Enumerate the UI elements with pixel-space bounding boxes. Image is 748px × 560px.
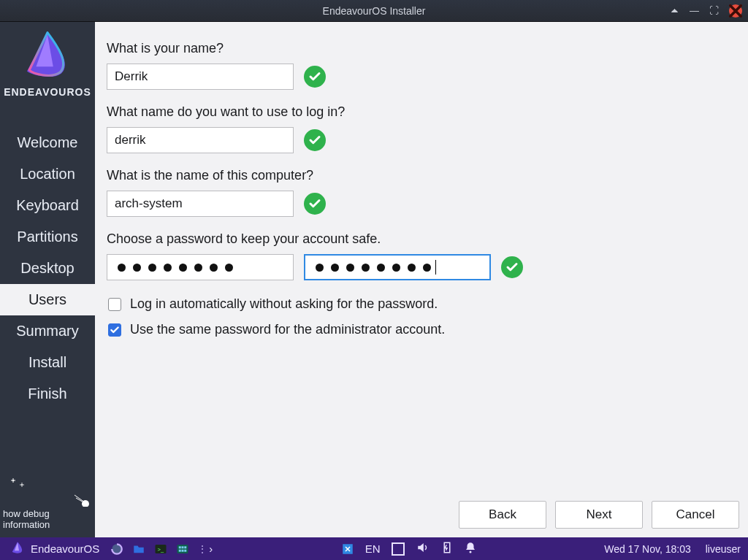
- back-button[interactable]: Back: [459, 501, 546, 529]
- notification-bell-icon[interactable]: [464, 541, 477, 556]
- screenshot-icon[interactable]: [340, 542, 355, 556]
- svg-rect-6: [179, 546, 181, 548]
- login-input[interactable]: [107, 127, 294, 153]
- taskbar-user[interactable]: liveuser: [706, 543, 741, 555]
- autologin-label: Log in automatically without asking for …: [130, 296, 438, 312]
- sidebar-step-desktop[interactable]: Desktop: [0, 253, 95, 284]
- installer-body: ENDEAVOUROS Welcome Location Keyboard Pa…: [0, 22, 748, 537]
- password-input[interactable]: [107, 254, 294, 280]
- svg-rect-9: [179, 549, 181, 551]
- wizard-buttons: Back Next Cancel: [459, 501, 739, 529]
- window-minimize-icon[interactable]: —: [690, 5, 699, 16]
- sparkle-icon: [10, 477, 92, 491]
- sidebar-step-users[interactable]: Users: [0, 284, 95, 315]
- window-controls: ⏶ — ⛶: [670, 4, 742, 18]
- sidebar-step-location[interactable]: Location: [0, 158, 95, 190]
- debug-area: how debug information: [0, 475, 95, 537]
- brand-area: ENDEAVOUROS: [0, 22, 95, 102]
- sidebar-step-partitions[interactable]: Partitions: [0, 221, 95, 253]
- next-button[interactable]: Next: [555, 501, 643, 529]
- endeavouros-logo-icon: [18, 70, 77, 83]
- show-debug-link[interactable]: how debug information: [3, 508, 50, 530]
- svg-rect-11: [184, 549, 186, 551]
- window-titlebar: EndeavourOS Installer ⏶ — ⛶: [0, 0, 748, 22]
- computer-label: What is the name of this computer?: [107, 168, 730, 183]
- cancel-button[interactable]: Cancel: [652, 501, 739, 529]
- validation-ok-icon: [304, 129, 326, 151]
- terminal-icon[interactable]: >_: [153, 542, 168, 556]
- volume-icon[interactable]: [416, 541, 430, 556]
- battery-icon[interactable]: [440, 541, 454, 556]
- computer-input[interactable]: [107, 191, 294, 217]
- window-keep-above-icon[interactable]: ⏶: [670, 5, 679, 16]
- file-manager-icon[interactable]: [131, 542, 146, 556]
- taskbar: EndeavourOS >_ ⋮ › EN: [0, 537, 748, 560]
- same-password-label: Use the same password for the administra…: [130, 322, 445, 337]
- validation-ok-icon: [501, 256, 523, 278]
- display-icon[interactable]: [391, 542, 405, 556]
- sidebar-step-keyboard[interactable]: Keyboard: [0, 190, 95, 221]
- text-cursor-icon: [435, 260, 436, 275]
- keyboard-layout-indicator[interactable]: EN: [365, 542, 381, 555]
- separator-icon: ⋮: [197, 543, 202, 555]
- window-close-icon[interactable]: [729, 4, 742, 18]
- svg-text:>_: >_: [158, 546, 164, 553]
- svg-rect-8: [184, 546, 186, 548]
- password-confirm-input[interactable]: [304, 254, 491, 280]
- firefox-icon[interactable]: [110, 542, 124, 556]
- sidebar-step-summary[interactable]: Summary: [0, 315, 95, 347]
- sidebar-step-install[interactable]: Install: [0, 347, 95, 378]
- app-grid-icon[interactable]: [175, 542, 190, 556]
- brand-text: ENDEAVOUROS: [0, 86, 95, 98]
- sidebar: ENDEAVOUROS Welcome Location Keyboard Pa…: [0, 22, 95, 537]
- validation-ok-icon: [304, 193, 326, 215]
- login-label: What name do you want to use to log in?: [107, 104, 730, 120]
- step-list: Welcome Location Keyboard Partitions Des…: [0, 127, 95, 410]
- chevron-right-icon[interactable]: ›: [209, 542, 213, 555]
- autologin-checkbox[interactable]: [108, 298, 121, 311]
- window-title: EndeavourOS Installer: [323, 5, 426, 17]
- taskbar-app-label: EndeavourOS: [31, 542, 99, 555]
- sidebar-step-finish[interactable]: Finish: [0, 378, 95, 410]
- main-panel: What is your name? What name do you want…: [95, 22, 748, 537]
- svg-rect-7: [182, 546, 184, 548]
- password-label: Choose a password to keep your account s…: [107, 231, 730, 247]
- taskbar-app-endeavouros[interactable]: EndeavourOS: [7, 537, 102, 560]
- sidebar-step-welcome[interactable]: Welcome: [0, 127, 95, 158]
- same-password-checkbox[interactable]: [108, 323, 121, 337]
- name-label: What is your name?: [107, 41, 730, 56]
- comet-icon: [73, 494, 92, 508]
- window-maximize-icon[interactable]: ⛶: [709, 5, 719, 16]
- name-input[interactable]: [107, 64, 294, 90]
- svg-rect-5: [178, 545, 188, 553]
- taskbar-datetime[interactable]: Wed 17 Nov, 18:03: [604, 543, 691, 555]
- svg-point-13: [469, 551, 471, 553]
- validation-ok-icon: [304, 66, 326, 88]
- svg-rect-10: [182, 549, 184, 551]
- endeavouros-logo-icon: [10, 540, 25, 557]
